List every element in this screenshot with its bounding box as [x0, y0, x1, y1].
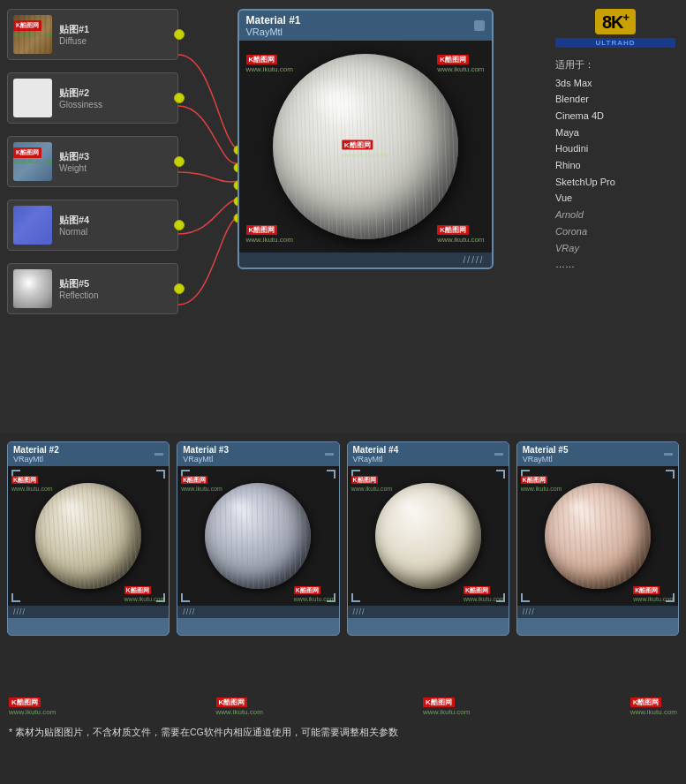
software-rhino: Rhino: [555, 157, 675, 174]
mat-card-5-footer: ////: [517, 606, 678, 618]
top-section: K酷图网 www.ikutu.com 贴图#1 Diffuse 贴图#2 Glo…: [0, 0, 686, 433]
node-reflection[interactable]: 贴图#5 Reflection: [7, 263, 178, 314]
mat-card-4-btn[interactable]: [494, 453, 503, 456]
mat-card-5[interactable]: Material #5 VRayMtl K酷图网 www.ikutu.com K…: [516, 441, 679, 636]
sphere-highlight: [305, 76, 361, 117]
mat-card-2-btn[interactable]: [155, 453, 163, 456]
wm-top-left: K酷图网 www.ikutu.com: [246, 49, 293, 73]
material-header-text: Material #1 VRayMtl: [246, 14, 301, 37]
sphere-4: [375, 483, 481, 589]
wm4-tl: K酷图网 www.ikutu.com: [351, 470, 393, 492]
wm5-br: K酷图网 www.ikutu.com: [633, 580, 675, 602]
software-maya: Maya: [555, 124, 675, 141]
footer-dots: /////: [464, 255, 485, 265]
sphere-5: [545, 483, 651, 589]
mat-card-4-header: Material #4 VRayMtl: [348, 442, 509, 466]
info-applies-label: 适用于：: [555, 58, 675, 72]
software-vue: Vue: [555, 190, 675, 207]
mat-preview-2: K酷图网 www.ikutu.com K酷图网 www.ikutu.com: [8, 466, 169, 606]
footer-note-text: * 素材为贴图图片，不含材质文件，需要在CG软件内相应通道使用，可能需要调整相关…: [9, 727, 398, 737]
main-material-card[interactable]: Material #1 VRayMtl K酷图网 www.ikutu.com K…: [237, 9, 494, 269]
node-connector-weight[interactable]: [174, 156, 185, 167]
node-thumb-weight: K酷图网 www.ikutu.com: [13, 142, 52, 181]
mat-card-2-title: Material #2: [13, 445, 59, 455]
mat-card-2[interactable]: Material #2 VRayMtl K酷图网 www.ikutu.com K…: [7, 441, 170, 636]
mat-card-3-btn[interactable]: [325, 453, 334, 456]
node-url-3: www.ikutu.com: [13, 158, 52, 164]
node-url-1: www.ikutu.com: [13, 31, 52, 37]
bottom-watermark-row: K酷图网 www.ikutu.com K酷图网 www.ikutu.com K酷…: [0, 689, 686, 720]
node-connector-reflection[interactable]: [174, 283, 185, 294]
mat-card-2-header: Material #2 VRayMtl: [8, 442, 169, 466]
material-title: Material #1: [246, 14, 301, 26]
node-info-weight: 贴图#3 Weight: [59, 150, 89, 173]
mat-card-3-text: Material #3 VRayMtl: [183, 445, 229, 464]
software-blender: Blender: [555, 91, 675, 108]
node-normal[interactable]: 贴图#4 Normal: [7, 200, 178, 251]
mat-card-4-subtitle: VRayMtl: [353, 455, 399, 464]
wm2-br: K酷图网 www.ikutu.com: [124, 580, 166, 602]
material-header-controls: [474, 20, 485, 31]
material-card-header: Material #1 VRayMtl: [239, 11, 492, 41]
mat-card-4-text: Material #4 VRayMtl: [353, 445, 399, 464]
node-thumb-glossiness: [13, 79, 52, 117]
mat-card-3-footer-dots: ////: [183, 607, 195, 616]
mat-card-3-title: Material #3: [183, 445, 229, 455]
mat-card-5-header: Material #5 VRayMtl: [517, 442, 678, 466]
mat-card-3-subtitle: VRayMtl: [183, 455, 229, 464]
mat-card-5-btn[interactable]: [664, 453, 673, 456]
software-sketchup: SketchUp Pro: [555, 174, 675, 191]
mat-card-3-header: Material #3 VRayMtl: [177, 442, 338, 466]
mat-card-4[interactable]: Material #4 VRayMtl K酷图网 www.ikutu.com K…: [347, 441, 509, 636]
node-label-weight: 贴图#3: [59, 150, 89, 163]
node-label-normal: 贴图#4: [59, 214, 89, 227]
node-glossiness[interactable]: 贴图#2 Glossiness: [7, 72, 178, 124]
node-sublabel-diffuse: Diffuse: [59, 36, 89, 46]
sphere-4-highlight: [394, 495, 426, 518]
mat-preview-5: K酷图网 www.ikutu.com K酷图网 www.ikutu.com: [517, 466, 678, 606]
software-cinema4d: Cinema 4D: [555, 108, 675, 124]
software-vray: VRay: [555, 240, 675, 257]
material-preview-container: Material #1 VRayMtl K酷图网 www.ikutu.com K…: [185, 0, 545, 433]
badge-quality: 8K: [602, 12, 623, 32]
material-subtitle: VRayMtl: [246, 26, 301, 37]
sphere-3-highlight: [224, 495, 256, 518]
mat-card-3[interactable]: Material #3 VRayMtl K酷图网 www.ikutu.com K…: [177, 441, 339, 636]
node-info-glossiness: 贴图#2 Glossiness: [59, 87, 102, 109]
software-corona: Corona: [555, 223, 675, 240]
software-list: 3ds Max Blender Cinema 4D Maya Houdini R…: [555, 75, 675, 273]
node-thumb-reflection: [13, 269, 52, 308]
brand-tag-3: K酷图网: [13, 147, 41, 158]
minimize-button[interactable]: [474, 20, 485, 31]
node-weight[interactable]: K酷图网 www.ikutu.com 贴图#3 Weight: [7, 136, 178, 187]
wm3-br: K酷图网 www.ikutu.com: [294, 580, 335, 602]
mat-preview-4: K酷图网 www.ikutu.com K酷图网 www.ikutu.com: [348, 466, 509, 606]
material-footer: /////: [239, 253, 492, 268]
info-panel: 8K+ ULTRAHD 适用于： 3ds Max Blender Cinema …: [545, 0, 686, 433]
node-diffuse[interactable]: K酷图网 www.ikutu.com 贴图#1 Diffuse: [7, 9, 178, 60]
software-arnold: Arnold: [555, 207, 675, 223]
wm3-tl: K酷图网 www.ikutu.com: [181, 470, 222, 492]
wm4-br: K酷图网 www.ikutu.com: [464, 580, 505, 602]
node-info-normal: 贴图#4 Normal: [59, 214, 89, 237]
node-connector-diffuse[interactable]: [174, 29, 185, 40]
material-preview-image: K酷图网 www.ikutu.com K酷图网 www.ikutu.com K酷…: [239, 41, 492, 253]
node-connector-glossiness[interactable]: [174, 93, 185, 103]
mat-preview-3: K酷图网 www.ikutu.com K酷图网 www.ikutu.com: [177, 466, 338, 606]
node-label-diffuse: 贴图#1: [59, 23, 89, 36]
bottom-wm-1: K酷图网 www.ikutu.com: [9, 692, 56, 716]
node-connector-normal[interactable]: [174, 220, 185, 230]
node-label-reflection: 贴图#5: [59, 277, 98, 290]
mat-card-2-footer-dots: ////: [13, 607, 26, 616]
node-sublabel-weight: Weight: [59, 163, 89, 173]
bottom-wm-4: K酷图网 www.ikutu.com: [630, 692, 677, 716]
wm5-tl: K酷图网 www.ikutu.com: [521, 470, 562, 492]
wm2-tl: K酷图网 www.ikutu.com: [11, 470, 53, 492]
badge-ultrahd: ULTRAHD: [555, 38, 675, 48]
mat-card-2-text: Material #2 VRayMtl: [13, 445, 59, 464]
mat-card-5-footer-dots: ////: [523, 607, 535, 616]
brand-tag-1: K酷图网: [13, 20, 41, 31]
wm-top-right: K酷图网 www.ikutu.com: [437, 49, 484, 73]
node-panel: K酷图网 www.ikutu.com 贴图#1 Diffuse 贴图#2 Glo…: [0, 0, 185, 433]
node-sublabel-glossiness: Glossiness: [59, 100, 102, 109]
